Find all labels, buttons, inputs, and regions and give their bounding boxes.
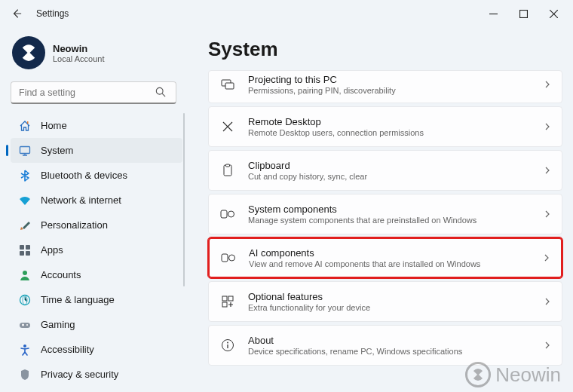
- sidebar-item-privacy[interactable]: Privacy & security: [11, 362, 182, 387]
- avatar: [12, 36, 45, 69]
- sidebar-scrollbar[interactable]: [183, 113, 185, 286]
- svg-rect-3: [20, 146, 30, 153]
- sidebar-item-label: Apps: [41, 244, 63, 256]
- card-remote-desktop[interactable]: Remote Desktop Remote Desktop users, con…: [208, 106, 562, 147]
- card-subtitle: Cut and copy history, sync, clear: [248, 172, 544, 181]
- avatar-logo-icon: [17, 41, 40, 64]
- clipboard-icon: [219, 162, 236, 179]
- card-subtitle: Permissions, pairing PIN, discoverabilit…: [248, 86, 544, 95]
- sidebar-item-accessibility[interactable]: Accessibility: [11, 337, 182, 362]
- nav-list: Home System Bluetooth & devices Network …: [11, 113, 182, 387]
- accounts-icon: [18, 268, 32, 282]
- svg-rect-4: [20, 245, 24, 250]
- projecting-icon: [219, 76, 236, 93]
- arrow-left-icon: [11, 8, 22, 19]
- svg-rect-24: [222, 302, 227, 307]
- svg-rect-7: [26, 251, 30, 256]
- app-title: Settings: [36, 8, 69, 19]
- settings-cards: Projecting to this PC Permissions, pairi…: [208, 70, 562, 366]
- chevron-right-icon: [544, 338, 551, 352]
- home-icon: [18, 119, 32, 133]
- card-title: AI components: [249, 247, 543, 259]
- svg-rect-20: [222, 254, 228, 262]
- svg-point-21: [229, 255, 235, 261]
- chevron-right-icon: [543, 251, 550, 265]
- svg-point-2: [156, 87, 163, 94]
- card-about[interactable]: About Device specifications, rename PC, …: [208, 325, 562, 366]
- components-icon: [220, 250, 237, 266]
- gaming-icon: [18, 318, 32, 332]
- back-button[interactable]: [6, 3, 27, 24]
- sidebar-item-label: Time & language: [41, 294, 115, 305]
- apps-icon: [18, 243, 32, 257]
- sidebar-item-network[interactable]: Network & internet: [11, 188, 182, 213]
- chevron-right-icon: [544, 207, 551, 221]
- search-input[interactable]: [11, 81, 176, 104]
- svg-rect-11: [20, 323, 30, 328]
- svg-rect-18: [221, 210, 227, 218]
- svg-rect-17: [226, 164, 230, 167]
- svg-rect-0: [519, 10, 527, 17]
- chevron-right-icon: [544, 295, 551, 308]
- wifi-icon: [18, 194, 32, 207]
- sidebar: Neowin Local Account Home System Blueto: [0, 27, 187, 392]
- card-title: System components: [248, 204, 544, 215]
- titlebar: Settings: [0, 0, 573, 27]
- search-box: [11, 81, 182, 104]
- card-subtitle: Remote Desktop users, connection permiss…: [248, 128, 544, 137]
- chevron-right-icon: [544, 78, 551, 91]
- sidebar-item-system[interactable]: System: [11, 138, 182, 163]
- maximize-icon: [519, 10, 528, 18]
- card-clipboard[interactable]: Clipboard Cut and copy history, sync, cl…: [208, 150, 562, 191]
- main-content: System Projecting to this PC Permissions…: [187, 27, 573, 392]
- card-optional-features[interactable]: Optional features Extra functionality fo…: [208, 281, 562, 322]
- sidebar-item-label: Network & internet: [41, 194, 121, 206]
- sidebar-item-gaming[interactable]: Gaming: [11, 312, 182, 337]
- components-icon: [219, 206, 236, 222]
- sidebar-item-apps[interactable]: Apps: [11, 237, 182, 262]
- shield-icon: [18, 368, 32, 381]
- profile-block[interactable]: Neowin Local Account: [11, 33, 182, 80]
- minimize-icon: [489, 10, 498, 18]
- svg-point-12: [26, 324, 28, 326]
- sidebar-item-label: Personalization: [41, 219, 108, 231]
- chevron-right-icon: [544, 164, 551, 177]
- accessibility-icon: [18, 343, 32, 357]
- sidebar-item-personalization[interactable]: Personalization: [11, 213, 182, 237]
- card-system-components[interactable]: System components Manage system componen…: [208, 194, 562, 234]
- card-ai-components[interactable]: AI components View and remove AI compone…: [208, 237, 562, 278]
- sidebar-item-bluetooth[interactable]: Bluetooth & devices: [11, 163, 182, 188]
- profile-subtitle: Local Account: [53, 54, 105, 63]
- bluetooth-icon: [18, 169, 32, 182]
- search-icon: [155, 87, 166, 100]
- sidebar-item-time[interactable]: Time & language: [11, 287, 182, 312]
- minimize-button[interactable]: [480, 3, 507, 24]
- card-title: Optional features: [248, 291, 544, 302]
- sidebar-item-accounts[interactable]: Accounts: [11, 262, 182, 287]
- sidebar-item-label: Home: [41, 120, 67, 131]
- close-button[interactable]: [540, 3, 567, 24]
- card-title: Clipboard: [248, 160, 544, 171]
- close-icon: [550, 10, 558, 18]
- svg-point-26: [227, 342, 228, 344]
- svg-point-8: [23, 271, 27, 275]
- card-title: Projecting to this PC: [248, 74, 544, 85]
- system-icon: [18, 144, 32, 158]
- sidebar-item-label: Accounts: [41, 269, 81, 280]
- card-subtitle: Manage system components that are preins…: [248, 216, 544, 225]
- svg-rect-23: [228, 296, 233, 301]
- sidebar-item-label: Accessibility: [41, 344, 94, 355]
- info-icon: [219, 337, 236, 354]
- sidebar-item-label: Bluetooth & devices: [41, 170, 127, 181]
- profile-name: Neowin: [53, 43, 105, 54]
- svg-rect-22: [222, 296, 227, 301]
- sidebar-item-home[interactable]: Home: [11, 113, 182, 138]
- maximize-button[interactable]: [510, 3, 537, 24]
- svg-rect-5: [26, 245, 30, 250]
- card-subtitle: Device specifications, rename PC, Window…: [248, 347, 544, 356]
- svg-point-19: [228, 211, 234, 217]
- card-projecting[interactable]: Projecting to this PC Permissions, pairi…: [208, 70, 562, 103]
- page-title: System: [208, 38, 562, 61]
- card-title: About: [248, 335, 544, 346]
- card-subtitle: View and remove AI components that are i…: [249, 259, 543, 268]
